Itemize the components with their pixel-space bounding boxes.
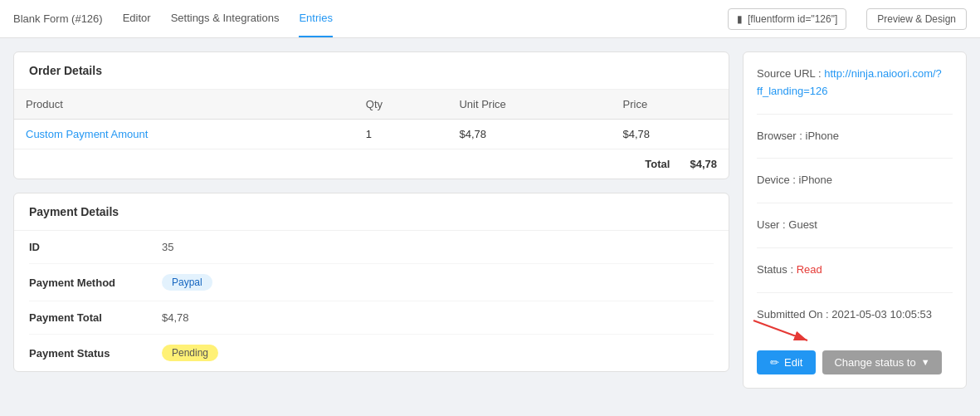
payment-id-label: ID — [29, 241, 162, 253]
divider-5 — [757, 292, 953, 293]
col-qty: Qty — [354, 90, 448, 120]
payment-row-status: Payment Status Pending — [29, 335, 714, 371]
device-label: Device : — [757, 174, 799, 186]
col-product: Product — [14, 90, 354, 120]
preview-design-button[interactable]: Preview & Design — [866, 8, 967, 30]
user-value: Guest — [788, 218, 817, 231]
sidebar-device: Device : iPhone — [757, 172, 953, 189]
payment-row-id: ID 35 — [29, 231, 714, 264]
divider-4 — [757, 247, 953, 248]
browser-label: Browser : — [757, 130, 806, 142]
col-unit-price: Unit Price — [447, 90, 611, 120]
change-status-label: Change status to — [834, 356, 915, 369]
order-details-card: Order Details Product Qty Unit Price Pri… — [13, 51, 729, 179]
payment-total-label: Payment Total — [29, 311, 162, 324]
payment-status-label: Payment Status — [29, 347, 162, 360]
product-price: $4,78 — [612, 120, 729, 149]
submitted-label: Submitted On : — [757, 308, 831, 321]
payment-details-body: ID 35 Payment Method Paypal Payment Tota… — [14, 231, 729, 371]
chevron-down-icon: ▼ — [921, 357, 930, 367]
payment-method-label: Payment Method — [29, 277, 162, 289]
table-row: Custom Payment Amount 1 $4,78 $4,78 — [14, 120, 729, 149]
main-content: Order Details Product Qty Unit Price Pri… — [13, 51, 729, 372]
sidebar-browser: Browser : iPhone — [757, 128, 953, 145]
svg-line-1 — [753, 321, 807, 340]
brand-label: Blank Form (#126) — [13, 12, 103, 25]
edit-icon: ✏ — [770, 356, 779, 369]
user-label: User : — [757, 218, 788, 231]
payment-total-value: $4,78 — [162, 311, 189, 324]
top-nav: Blank Form (#126) Editor Settings & Inte… — [0, 0, 980, 38]
nav-settings[interactable]: Settings & Integrations — [171, 0, 280, 37]
shortcode-label: [fluentform id="126"] — [748, 13, 837, 25]
status-value: Read — [797, 263, 822, 276]
sidebar: Source URL : http://ninja.naioori.com/?f… — [743, 51, 967, 389]
arrow-annotation — [753, 321, 820, 345]
total-row: Total $4,78 — [14, 149, 729, 179]
order-details-title: Order Details — [14, 52, 729, 90]
nav-editor[interactable]: Editor — [123, 0, 151, 37]
source-url-label: Source URL : — [757, 67, 824, 80]
product-name: Custom Payment Amount — [14, 120, 354, 149]
payment-id-value: 35 — [162, 241, 173, 253]
shortcode-icon: ▮ — [737, 13, 743, 25]
total-value: $4,78 — [690, 158, 717, 170]
sidebar-footer: ✏ Edit Change status to ▼ — [757, 350, 953, 374]
divider-2 — [757, 158, 953, 159]
col-price: Price — [612, 90, 729, 120]
browser-value: iPhone — [806, 130, 839, 142]
sidebar-status: Status : Read — [757, 262, 953, 279]
divider-1 — [757, 114, 953, 115]
payment-row-total: Payment Total $4,78 — [29, 301, 714, 335]
shortcode-button[interactable]: ▮ [fluentform id="126"] — [728, 8, 846, 30]
divider-3 — [757, 203, 953, 203]
order-table: Product Qty Unit Price Price Custom Paym… — [14, 90, 729, 149]
payment-details-card: Payment Details ID 35 Payment Method Pay… — [13, 193, 729, 372]
payment-row-method: Payment Method Paypal — [29, 264, 714, 301]
edit-label: Edit — [784, 356, 802, 369]
status-label: Status : — [757, 263, 797, 276]
payment-method-badge: Paypal — [162, 274, 212, 291]
submitted-value: 2021-05-03 10:05:53 — [831, 308, 932, 321]
change-status-button[interactable]: Change status to ▼ — [822, 350, 941, 374]
total-label: Total — [645, 158, 670, 170]
payment-status-badge: Pending — [162, 345, 218, 361]
product-qty: 1 — [354, 120, 448, 149]
nav-entries[interactable]: Entries — [299, 0, 332, 37]
payment-details-title: Payment Details — [14, 193, 729, 231]
sidebar-source-url: Source URL : http://ninja.naioori.com/?f… — [757, 66, 953, 100]
product-unit-price: $4,78 — [447, 120, 611, 149]
sidebar-user: User : Guest — [757, 217, 953, 234]
device-value: iPhone — [799, 174, 832, 186]
page-layout: Order Details Product Qty Unit Price Pri… — [0, 38, 980, 402]
edit-button[interactable]: ✏ Edit — [757, 350, 816, 374]
